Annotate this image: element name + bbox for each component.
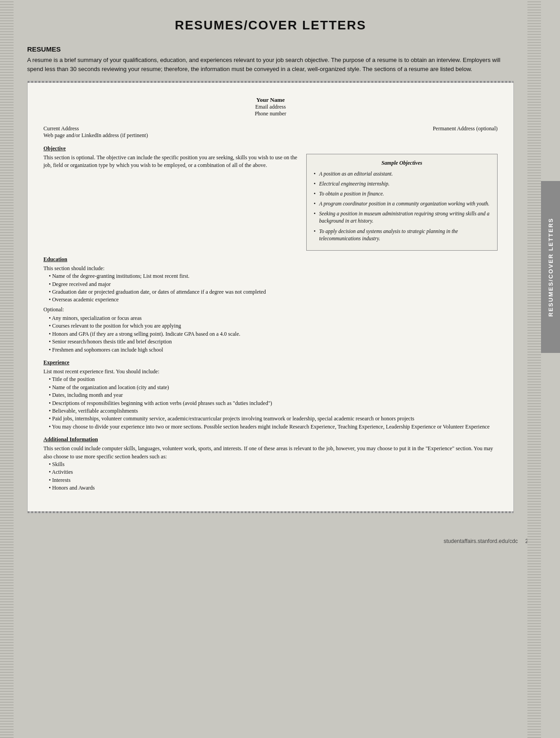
- additional-info-bullets-list: SkillsActivitiesInterestsHonors and Awar…: [43, 461, 498, 492]
- current-address-label: Current Address: [43, 125, 148, 132]
- list-item: Dates, including month and year: [49, 391, 498, 399]
- experience-section: Experience List most recent experience f…: [43, 359, 498, 431]
- address-row: Current Address Web page and/or LinkedIn…: [43, 125, 498, 139]
- list-item: Descriptions of responsibilities beginni…: [49, 400, 498, 407]
- side-tab: RESUMES/COVER LETTERS: [541, 181, 560, 353]
- list-item: Freshmen and sophomores can include high…: [49, 346, 498, 354]
- education-section: Education This section should include: N…: [43, 256, 498, 354]
- objective-heading: Objective: [43, 145, 498, 152]
- list-item: To apply decision and systems analysis t…: [313, 228, 491, 242]
- list-item: Seeking a position in museum administrat…: [313, 210, 491, 224]
- address-left: Current Address Web page and/or LinkedIn…: [43, 125, 148, 139]
- resumes-heading: RESUMES: [27, 45, 514, 53]
- list-item: A position as an editorial assistant.: [313, 170, 491, 177]
- additional-info-section: Additional Information This section coul…: [43, 436, 498, 492]
- resume-name: Your Name: [43, 96, 498, 104]
- resume-email: Email address: [43, 104, 498, 110]
- experience-heading: Experience: [43, 359, 498, 366]
- objective-text: This section is optional. The objective …: [43, 154, 299, 170]
- list-item: Any minors, specialization or focus area…: [49, 314, 498, 322]
- list-item: Paid jobs, internships, volunteer commun…: [49, 415, 498, 423]
- web-address: Web page and/or LinkedIn address (if per…: [43, 132, 148, 139]
- list-item: Overseas academic experience: [49, 296, 498, 304]
- resume-phone: Phone number: [43, 110, 498, 117]
- additional-info-heading: Additional Information: [43, 436, 498, 443]
- footer: studentaffairs.stanford.edu/cdc 2 7: [0, 534, 560, 548]
- education-bullets-list: Name of the degree-granting institutions…: [43, 272, 498, 304]
- sample-objectives-list: A position as an editorial assistant.Ele…: [313, 170, 491, 242]
- experience-bullets-list: Title of the positionName of the organiz…: [43, 376, 498, 431]
- list-item: Courses relevant to the position for whi…: [49, 322, 498, 330]
- resume-header: Your Name Email address Phone number: [43, 96, 498, 117]
- list-item: Senior research/honors thesis title and …: [49, 338, 498, 346]
- permanent-address: Permanent Address (optional): [433, 125, 498, 139]
- sample-objectives-box: Sample Objectives A position as an edito…: [306, 154, 498, 251]
- list-item: Skills: [49, 461, 498, 468]
- page-title: RESUMES/COVER LETTERS: [27, 18, 514, 33]
- list-item: Degree received and major: [49, 281, 498, 288]
- list-item: To obtain a position in finance.: [313, 190, 491, 197]
- objective-section: Objective This section is optional. The …: [43, 145, 498, 251]
- education-optional-bullets-list: Any minors, specialization or focus area…: [43, 314, 498, 354]
- list-item: Title of the position: [49, 376, 498, 383]
- education-optional-label: Optional:: [43, 306, 498, 314]
- objective-layout: This section is optional. The objective …: [43, 154, 498, 251]
- main-content: RESUMES/COVER LETTERS RESUMES A resume i…: [0, 0, 541, 534]
- page-background: RESUMES/COVER LETTERS RESUMES/COVER LETT…: [0, 0, 560, 738]
- list-item: Electrical engineering internship.: [313, 180, 491, 187]
- objective-right: Sample Objectives A position as an edito…: [306, 154, 498, 251]
- education-heading: Education: [43, 256, 498, 263]
- resumes-intro: A resume is a brief summary of your qual…: [27, 56, 514, 73]
- education-intro: This section should include:: [43, 265, 498, 272]
- list-item: A program coordinator position in a comm…: [313, 200, 491, 207]
- side-tab-label: RESUMES/COVER LETTERS: [547, 218, 554, 317]
- list-item: You may choose to divide your experience…: [49, 423, 498, 431]
- list-item: Activities: [49, 468, 498, 476]
- resume-card: Your Name Email address Phone number Cur…: [27, 82, 514, 512]
- footer-url: studentaffairs.stanford.edu/cdc: [444, 538, 518, 544]
- list-item: Interests: [49, 476, 498, 484]
- list-item: Name of the degree-granting institutions…: [49, 272, 498, 280]
- experience-intro: List most recent experience first. You s…: [43, 368, 498, 376]
- list-item: Name of the organization and location (c…: [49, 384, 498, 391]
- additional-info-text: This section could include computer skil…: [43, 445, 498, 461]
- list-item: Honors and Awards: [49, 484, 498, 492]
- list-item: Graduation date or projected graduation …: [49, 288, 498, 296]
- objective-left: This section is optional. The objective …: [43, 154, 299, 251]
- list-item: Believable, verifiable accomplishments: [49, 407, 498, 415]
- list-item: Honors and GPA (if they are a strong sel…: [49, 330, 498, 338]
- sample-objectives-title: Sample Objectives: [313, 160, 491, 167]
- left-decorative-border: [0, 0, 14, 738]
- right-decorative-border: [527, 0, 541, 738]
